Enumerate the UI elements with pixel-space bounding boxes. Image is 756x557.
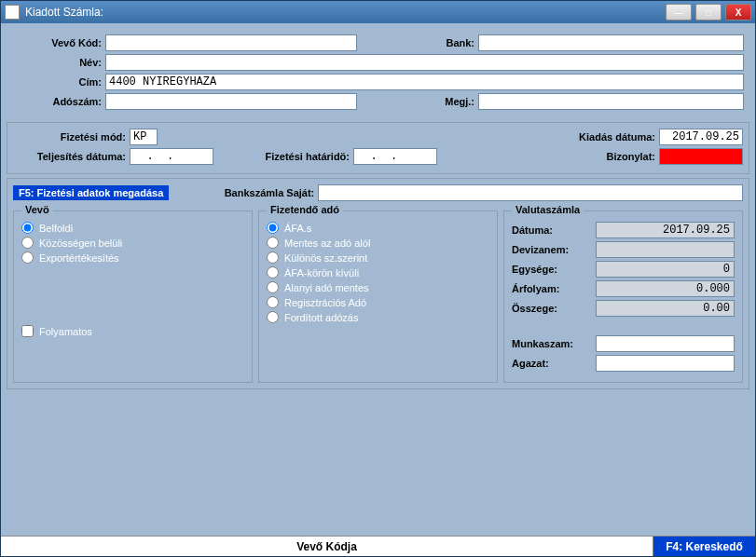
fizhat-label: Fizetési határidö: xyxy=(213,151,353,162)
ado-group: Fizetendő adó ÁFA.s Mentes az adó alól K… xyxy=(258,211,498,383)
ado-r1-label: ÁFA.s xyxy=(284,223,311,234)
banksz-label: Bankszámla Saját: xyxy=(169,187,318,198)
ado-r2-label: Mentes az adó alól xyxy=(284,238,370,249)
nev-label: Név: xyxy=(12,57,105,68)
ado-radio-alanyi[interactable]: Alanyi adó mentes xyxy=(267,281,489,293)
adoszam-input[interactable] xyxy=(105,93,357,110)
ado-r4-label: ÁFA-körön kívüli xyxy=(284,267,359,278)
adoszam-label: Adószám: xyxy=(12,96,105,107)
vevo-r3-label: Exportértékesítés xyxy=(39,252,119,264)
valuta-datuma-label: Dátuma: xyxy=(512,224,596,236)
banksz-input[interactable] xyxy=(318,184,743,201)
vevo-r1-label: Belfoldi xyxy=(39,223,73,234)
vevo-chk-label: Folyamatos xyxy=(39,326,92,337)
megj-label: Megj.: xyxy=(357,96,478,107)
fizmod-input[interactable] xyxy=(130,129,158,145)
payment-panel: Fizetési mód: Kiadás dátuma: Teljesítés … xyxy=(7,122,749,174)
megj-input[interactable] xyxy=(478,93,744,110)
minimize-icon: — xyxy=(674,7,683,18)
fizmod-label: Fizetési mód: xyxy=(13,131,130,143)
bank-label: Bank: xyxy=(357,37,478,48)
telj-label: Teljesítés dátuma: xyxy=(13,151,130,162)
vevo-radio-export[interactable]: Exportértékesítés xyxy=(21,251,244,264)
vevo-radio-belfoldi[interactable]: Belfoldi xyxy=(21,222,244,234)
f5-highlight[interactable]: F5: Fizetési adatok megadása xyxy=(13,185,169,200)
ado-radio-afakoron[interactable]: ÁFA-körön kívüli xyxy=(267,266,489,278)
minimize-button[interactable]: — xyxy=(666,4,692,20)
vevo-radio-kozossegen[interactable]: Közösségen belüli xyxy=(21,237,244,249)
fizhat-input[interactable] xyxy=(353,148,437,165)
close-icon: X xyxy=(735,7,742,18)
vevokod-label: Vevő Kód: xyxy=(12,37,105,48)
valuta-munka-input[interactable] xyxy=(596,335,735,352)
window-buttons: — □ X xyxy=(666,4,751,20)
valuta-egyseg-label: Egysége: xyxy=(512,264,596,275)
telj-input[interactable] xyxy=(130,148,213,165)
details-panel: F5: Fizetési adatok megadása Bankszámla … xyxy=(7,178,749,389)
vevokod-input[interactable] xyxy=(105,34,357,51)
status-right-f4[interactable]: F4: Kereskedő xyxy=(653,537,755,556)
valuta-group: Valutaszámla Dátuma: Devizanem: Egysége:… xyxy=(503,211,743,383)
ado-radio-kulonos[interactable]: Különös sz.szerint xyxy=(267,251,489,264)
valuta-osszeg-input[interactable] xyxy=(596,300,735,317)
valuta-datuma-input[interactable] xyxy=(596,222,735,238)
valuta-egyseg-input[interactable] xyxy=(596,261,735,278)
valuta-agazat-label: Agazat: xyxy=(512,358,596,369)
bank-input[interactable] xyxy=(478,34,744,51)
maximize-button[interactable]: □ xyxy=(695,4,722,20)
app-icon xyxy=(5,5,20,20)
kiadas-input[interactable] xyxy=(659,129,743,145)
ado-r7-label: Fordított adózás xyxy=(284,312,359,323)
kiadas-label: Kiadás dátuma: xyxy=(557,131,659,143)
bizonylat-label: Bizonylat: xyxy=(584,151,659,162)
nev-input[interactable] xyxy=(105,54,744,71)
valuta-deviza-label: Devizanem: xyxy=(512,244,596,255)
header-panel: Vevő Kód: Bank: Név: Cím: Adószám: Megj.… xyxy=(7,29,749,118)
valuta-arfolyam-input[interactable] xyxy=(596,280,735,297)
close-button[interactable]: X xyxy=(725,4,751,20)
valuta-arfolyam-label: Árfolyam: xyxy=(512,283,596,294)
valuta-deviza-input[interactable] xyxy=(596,241,735,258)
valuta-agazat-input[interactable] xyxy=(596,355,735,372)
window-title: Kiadott Számla: xyxy=(25,6,666,19)
valuta-munka-label: Munkaszam: xyxy=(512,338,596,349)
window: Kiadott Számla: — □ X Vevő Kód: Bank: Né… xyxy=(0,0,756,557)
vevo-group: Vevö Belfoldi Közösségen belüli Exportér… xyxy=(13,211,253,383)
cim-label: Cím: xyxy=(12,76,105,88)
bizonylat-input[interactable] xyxy=(659,148,743,165)
ado-radio-mentes[interactable]: Mentes az adó alól xyxy=(267,237,489,249)
ado-r3-label: Különös sz.szerint xyxy=(284,252,367,264)
titlebar[interactable]: Kiadott Számla: — □ X xyxy=(1,1,755,23)
content-area: Vevő Kód: Bank: Név: Cím: Adószám: Megj.… xyxy=(1,23,755,536)
ado-radio-afas[interactable]: ÁFA.s xyxy=(267,222,489,234)
maximize-icon: □ xyxy=(706,7,711,18)
valuta-title: Valutaszámla xyxy=(512,204,584,215)
cim-input[interactable] xyxy=(105,74,744,90)
ado-radio-regisztracios[interactable]: Regisztrációs Adó xyxy=(267,296,489,308)
ado-r5-label: Alanyi adó mentes xyxy=(284,282,369,293)
ado-radio-forditott[interactable]: Fordított adózás xyxy=(267,311,489,323)
status-left: Vevő Kódja xyxy=(1,540,653,553)
statusbar: Vevő Kódja F4: Kereskedő xyxy=(1,536,755,556)
vevo-r2-label: Közösségen belüli xyxy=(39,238,122,249)
ado-title: Fizetendő adó xyxy=(267,204,343,215)
vevo-title: Vevö xyxy=(21,204,53,215)
valuta-osszeg-label: Összege: xyxy=(512,303,596,314)
ado-r6-label: Regisztrációs Adó xyxy=(284,297,366,308)
vevo-chk-folyamatos[interactable]: Folyamatos xyxy=(21,325,244,337)
